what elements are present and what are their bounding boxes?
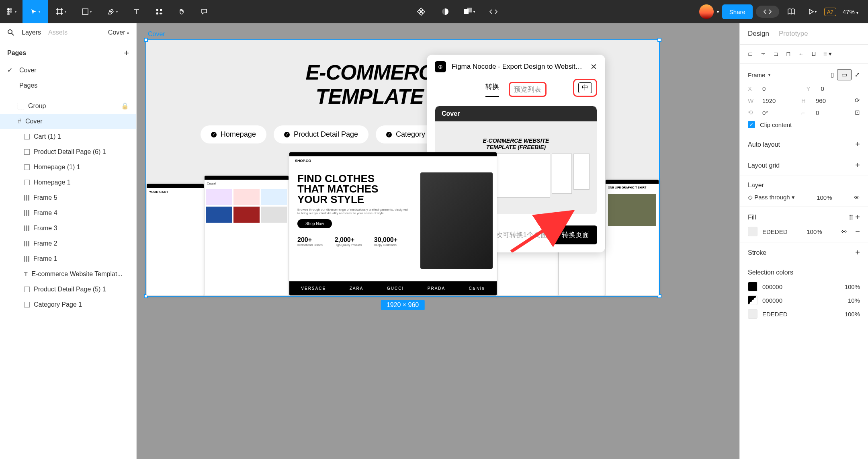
color-row[interactable]: 00000010%	[748, 295, 860, 305]
svg-rect-22	[467, 8, 472, 12]
corners-icon[interactable]: ⊡	[855, 109, 860, 116]
prototype-tab[interactable]: Prototype	[779, 30, 808, 38]
fill-visibility-icon[interactable]: 👁	[841, 228, 847, 235]
width-input[interactable]: 1920	[762, 97, 796, 104]
layer-item[interactable]: Homepage (1) 1	[0, 160, 136, 175]
distribute-icon[interactable]: ≡ ▾	[823, 50, 832, 57]
comment-tool-button[interactable]	[193, 0, 215, 23]
align-center-v-icon[interactable]: ⫠	[798, 50, 804, 57]
alignment-controls[interactable]: ⊏ ⫟ ⊐ ⊓ ⫠ ⊔ ≡ ▾	[740, 45, 868, 64]
align-center-h-icon[interactable]: ⫟	[760, 50, 766, 57]
library-icon[interactable]	[782, 3, 800, 20]
hand-tool-button[interactable]	[170, 0, 193, 23]
fit-icon[interactable]: ⤢	[855, 71, 860, 78]
layer-item[interactable]: Cart (1) 1	[0, 129, 136, 144]
page-item[interactable]: Pages	[0, 78, 136, 93]
resize-handle[interactable]	[144, 38, 148, 42]
dev-mode-icon[interactable]	[485, 3, 502, 20]
layer-item[interactable]: #Cover	[0, 114, 136, 129]
present-icon[interactable]: ▾	[803, 3, 821, 20]
frame-type-dropdown[interactable]: Frame ▾	[748, 72, 770, 78]
user-avatar[interactable]	[699, 4, 714, 19]
page-dropdown[interactable]: Cover ▾	[108, 29, 129, 36]
add-page-button[interactable]: +	[124, 48, 129, 58]
page-item[interactable]: ✓Cover	[0, 62, 136, 78]
constrain-icon[interactable]: ⟳	[855, 97, 860, 104]
top-toolbar: ▾ ▾ ▾ ▾ ▾ ▾	[0, 0, 868, 23]
fill-hex[interactable]: EDEDED	[762, 228, 788, 235]
assets-tab[interactable]: Assets	[48, 29, 68, 36]
layout-grid-header: Layout grid	[748, 162, 780, 169]
color-row[interactable]: EDEDED100%	[748, 309, 860, 319]
share-button[interactable]: Share	[722, 4, 753, 19]
clip-checkbox[interactable]: ✓	[748, 121, 755, 128]
add-auto-layout-button[interactable]: +	[855, 140, 860, 149]
layer-item[interactable]: Frame 1	[0, 251, 136, 266]
fill-header: Fill	[748, 214, 756, 221]
plugin-hint: 一次可转换1个页面	[489, 230, 547, 240]
y-input[interactable]: 0	[821, 85, 860, 92]
svg-rect-4	[7, 13, 10, 15]
align-bottom-icon[interactable]: ⊔	[811, 50, 816, 57]
layer-item[interactable]: Homepage 1	[0, 175, 136, 190]
layer-item[interactable]: Frame 4	[0, 205, 136, 221]
boolean-icon[interactable]: ▾	[461, 3, 478, 20]
canvas[interactable]: Cover E-COMMERCE WEBTEMPLATE (FREE ✓Home…	[137, 23, 739, 459]
layer-item[interactable]: Group🔒	[0, 98, 136, 114]
opacity-input[interactable]: 100%	[817, 194, 832, 201]
layers-panel: Layers Assets Cover ▾ Pages + ✓Cover Pag…	[0, 23, 137, 459]
component-icon[interactable]	[412, 3, 430, 20]
fill-opacity[interactable]: 100%	[807, 228, 822, 235]
height-input[interactable]: 960	[816, 97, 850, 104]
convert-button[interactable]: 转换页面	[554, 225, 597, 244]
remove-fill-button[interactable]: −	[855, 227, 860, 236]
layer-item[interactable]: TE-commerce Website Templat...	[0, 266, 136, 282]
layer-item[interactable]: Frame 2	[0, 236, 136, 251]
rotation-input[interactable]: 0°	[762, 109, 796, 116]
layer-item[interactable]: Product Detail Page (6) 1	[0, 144, 136, 160]
figma-menu-button[interactable]: ▾	[0, 0, 23, 23]
feature-pill: ✓Homepage	[201, 125, 266, 143]
frame-tool-button[interactable]: ▾	[48, 0, 74, 23]
portrait-icon[interactable]: ▯	[831, 71, 834, 78]
design-panel: Design Prototype ⊏ ⫟ ⊐ ⊓ ⫠ ⊔ ≡ ▾ Frame ▾…	[739, 23, 868, 459]
add-stroke-button[interactable]: +	[855, 248, 860, 257]
x-input[interactable]: 0	[762, 85, 802, 92]
layer-item[interactable]: Product Detail Page (5) 1	[0, 282, 136, 297]
layer-item[interactable]: Frame 3	[0, 221, 136, 236]
missing-fonts-badge[interactable]: A?	[824, 8, 836, 16]
radius-input[interactable]: 0	[816, 109, 850, 116]
align-right-icon[interactable]: ⊐	[774, 50, 779, 57]
fill-swatch[interactable]	[748, 227, 757, 236]
pen-tool-button[interactable]: ▾	[100, 0, 125, 23]
plugin-tab-convert[interactable]: 转换	[485, 82, 499, 97]
plugin-close-button[interactable]: ✕	[590, 62, 597, 72]
add-fill-button[interactable]: +	[855, 213, 860, 221]
layer-item[interactable]: Category Page 1	[0, 297, 136, 312]
resize-handle[interactable]	[657, 38, 661, 42]
fill-styles-icon[interactable]: ⠿	[849, 214, 854, 221]
plugin-tab-preview[interactable]: 预览列表	[509, 82, 547, 97]
zoom-level[interactable]: 47% ▾	[839, 8, 862, 15]
layers-tab[interactable]: Layers	[22, 29, 41, 36]
stroke-header: Stroke	[748, 249, 766, 256]
align-left-icon[interactable]: ⊏	[748, 50, 753, 57]
add-grid-button[interactable]: +	[855, 161, 860, 170]
text-tool-button[interactable]	[125, 0, 148, 23]
search-icon[interactable]	[7, 29, 14, 36]
resources-button[interactable]	[148, 0, 170, 23]
dev-toggle[interactable]	[756, 6, 779, 18]
layer-item[interactable]: Frame 5	[0, 190, 136, 205]
landscape-icon[interactable]: ▭	[837, 69, 852, 80]
mask-icon[interactable]	[436, 3, 454, 20]
visibility-icon[interactable]: 👁	[854, 194, 860, 201]
align-top-icon[interactable]: ⊓	[786, 50, 791, 57]
language-button[interactable]: 中	[573, 79, 597, 97]
frame-label[interactable]: Cover	[148, 31, 165, 38]
blend-mode-dropdown[interactable]: ◇ Pass through ▾	[748, 194, 795, 201]
svg-rect-15	[156, 12, 158, 14]
design-tab[interactable]: Design	[748, 30, 769, 38]
shape-tool-button[interactable]: ▾	[74, 0, 100, 23]
move-tool-button[interactable]: ▾	[23, 0, 48, 23]
color-row[interactable]: 000000100%	[748, 282, 860, 291]
